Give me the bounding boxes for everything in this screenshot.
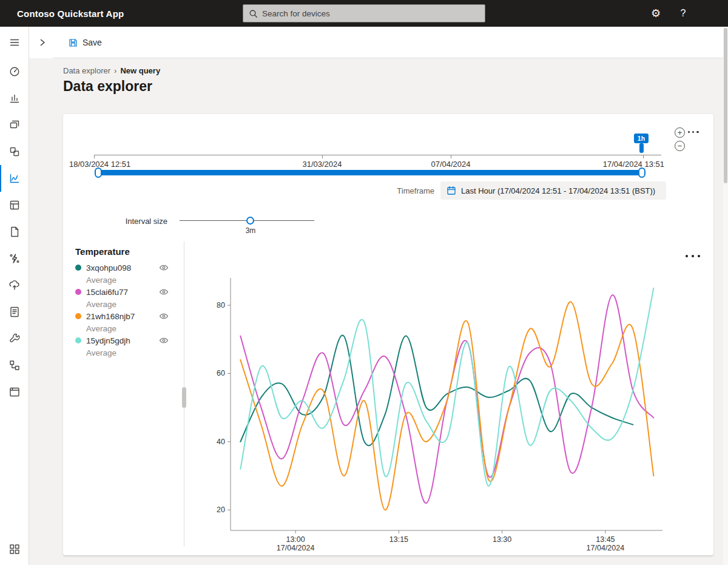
administration-icon bbox=[8, 333, 21, 345]
time-range-axis bbox=[94, 155, 661, 155]
sidebar-item-analytics[interactable] bbox=[0, 85, 29, 112]
main-content: Data explorer › New query Data explorer … bbox=[29, 58, 723, 565]
interval-slider-handle[interactable] bbox=[246, 217, 254, 225]
svg-text:20: 20 bbox=[217, 506, 225, 514]
data-explorer-icon bbox=[8, 172, 21, 184]
legend-item: 15ydjn5gdjhAverage bbox=[75, 334, 174, 359]
sidebar-item-devices[interactable] bbox=[0, 112, 29, 138]
svg-text:60: 60 bbox=[217, 369, 225, 377]
breadcrumb-separator-icon: › bbox=[114, 66, 116, 75]
command-bar: Save bbox=[29, 27, 723, 58]
chevron-right-icon bbox=[38, 38, 47, 47]
expand-sidebar-button[interactable] bbox=[34, 34, 51, 51]
settings-button[interactable]: ⚙ bbox=[642, 0, 669, 27]
sidebar-item-jobs[interactable] bbox=[0, 192, 29, 218]
zoom-out-button[interactable]: − bbox=[675, 141, 685, 151]
sidebar-item-application-settings[interactable] bbox=[0, 536, 29, 563]
sidebar-item-organizations[interactable] bbox=[0, 352, 29, 379]
panel-resize-handle[interactable] bbox=[182, 387, 186, 408]
save-icon bbox=[68, 38, 78, 48]
visibility-icon[interactable] bbox=[159, 311, 169, 321]
sidebar-items bbox=[0, 29, 29, 405]
save-button[interactable]: Save bbox=[68, 33, 102, 52]
sidebar-item-menu[interactable] bbox=[0, 29, 29, 56]
selection-window-handle[interactable] bbox=[639, 143, 644, 153]
timeframe-picker[interactable]: Last Hour (17/04/2024 12:51 - 17/04/2024… bbox=[440, 181, 666, 200]
series-device-id: 15ydjn5gdjh bbox=[86, 336, 130, 345]
legend-item: 21wh168njb7Average bbox=[75, 310, 174, 334]
customization-icon bbox=[8, 386, 21, 398]
visibility-icon[interactable] bbox=[159, 336, 169, 345]
time-axis-label: 18/03/2024 12:51 bbox=[69, 160, 160, 169]
menu-icon bbox=[8, 36, 21, 49]
temperature-line-chart: 2040608013:0017/04/202413:1513:3013:4517… bbox=[200, 265, 679, 555]
sidebar-item-customization[interactable] bbox=[0, 379, 29, 405]
app-title: Contoso Quickstart App bbox=[17, 0, 124, 27]
scrollbar-thumb[interactable] bbox=[724, 28, 727, 183]
sidebar-item-device-groups[interactable] bbox=[0, 138, 29, 165]
time-axis-label: 07/04/2024 bbox=[420, 160, 481, 169]
time-axis-label: 31/03/2024 bbox=[292, 160, 352, 169]
ellipsis-dot bbox=[698, 255, 700, 257]
svg-text:17/04/2024: 17/04/2024 bbox=[587, 544, 625, 552]
time-axis-label: 17/04/2024 13:51 bbox=[595, 160, 664, 169]
query-panel: + − 18/03/2024 12:51 31/03/2024 07/04/20… bbox=[63, 114, 713, 555]
ellipsis-dot bbox=[686, 255, 688, 257]
sidebar-item-audit-logs[interactable] bbox=[0, 299, 29, 325]
svg-text:13:00: 13:00 bbox=[286, 535, 305, 544]
breadcrumb-parent[interactable]: Data explorer bbox=[63, 66, 110, 75]
sidebar-item-data-export[interactable] bbox=[0, 272, 29, 299]
sidebar-item-dashboard[interactable] bbox=[0, 58, 29, 85]
breadcrumb-current: New query bbox=[120, 66, 160, 75]
sidebar-item-rules[interactable] bbox=[0, 245, 29, 272]
range-handle-right[interactable] bbox=[638, 167, 645, 178]
save-label: Save bbox=[83, 38, 102, 47]
sidebar-item-data-explorer[interactable] bbox=[0, 165, 29, 192]
visibility-icon[interactable] bbox=[159, 287, 169, 297]
analytics-icon bbox=[8, 92, 21, 104]
ellipsis-dot bbox=[696, 131, 698, 133]
time-axis-tick bbox=[643, 155, 644, 158]
chart-title: Temperature bbox=[75, 246, 130, 257]
series-aggregate-label: Average bbox=[86, 322, 174, 334]
series-device-id: 15clai6fu77 bbox=[86, 288, 128, 297]
series-color-dot bbox=[75, 289, 81, 295]
help-button[interactable]: ? bbox=[670, 0, 696, 27]
gear-icon: ⚙ bbox=[651, 7, 661, 20]
sidebar-item-administration[interactable] bbox=[0, 325, 29, 352]
topbar: Contoso Quickstart App ⚙ ? bbox=[0, 0, 728, 27]
rules-icon bbox=[8, 252, 21, 265]
time-range-slider[interactable] bbox=[98, 170, 644, 175]
series-device-id: 21wh168njb7 bbox=[86, 312, 135, 321]
series-color-dot bbox=[75, 265, 81, 271]
svg-text:40: 40 bbox=[217, 438, 225, 446]
svg-text:17/04/2024: 17/04/2024 bbox=[277, 544, 315, 552]
sidebar-item-device-templates[interactable] bbox=[0, 218, 29, 245]
device-templates-icon bbox=[8, 226, 21, 238]
search-input[interactable] bbox=[262, 9, 479, 18]
help-icon: ? bbox=[681, 8, 686, 19]
vertical-scrollbar[interactable] bbox=[723, 27, 728, 565]
interval-size-label: Interval size bbox=[106, 217, 167, 226]
svg-text:13:15: 13:15 bbox=[389, 535, 408, 544]
device-search-box[interactable] bbox=[243, 4, 485, 22]
legend-item: 15clai6fu77Average bbox=[75, 286, 174, 310]
organizations-icon bbox=[8, 359, 21, 371]
selection-duration-badge: 1h bbox=[634, 134, 649, 143]
audit-logs-icon bbox=[8, 306, 21, 318]
time-axis-tick bbox=[94, 155, 95, 158]
calendar-icon bbox=[447, 186, 456, 195]
visibility-icon[interactable] bbox=[159, 263, 169, 272]
page-title: Data explorer bbox=[63, 78, 152, 95]
chart-overflow-menu-icon[interactable] bbox=[686, 255, 700, 257]
app-root: Contoso Quickstart App ⚙ ? Save Data exp… bbox=[0, 0, 728, 565]
chart-legend: 3xqohpu098Average15clai6fu77Average21wh1… bbox=[75, 262, 174, 359]
zoom-in-button[interactable]: + bbox=[675, 127, 685, 138]
dashboard-icon bbox=[8, 66, 21, 78]
range-handle-left[interactable] bbox=[95, 167, 102, 178]
jobs-icon bbox=[8, 199, 21, 211]
panel-overflow-menu-icon[interactable] bbox=[688, 131, 699, 133]
search-icon bbox=[249, 9, 258, 18]
series-device-id: 3xqohpu098 bbox=[86, 263, 131, 272]
time-axis-tick bbox=[322, 155, 323, 158]
